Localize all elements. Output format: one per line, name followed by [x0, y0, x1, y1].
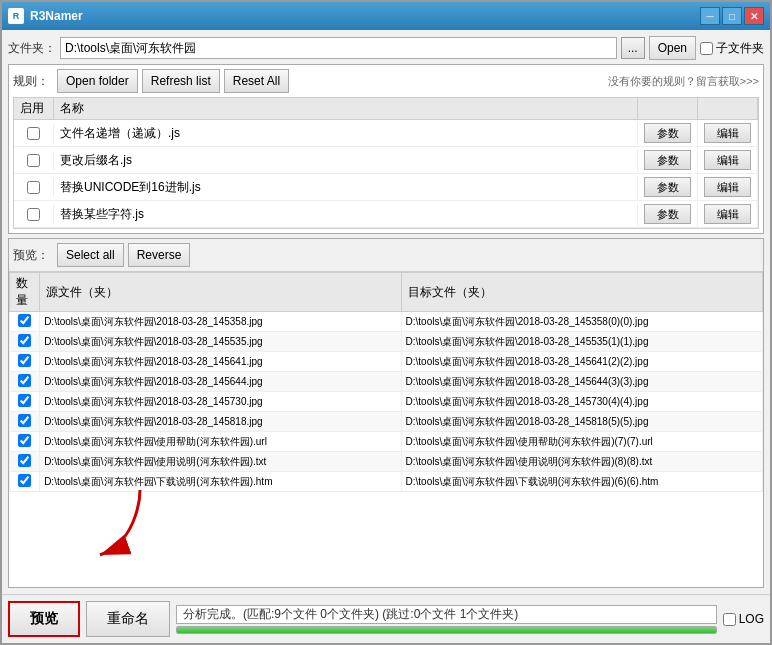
rules-toolbar: 规则： Open folder Refresh list Reset All 没… — [13, 69, 759, 93]
preview-row-checkbox-6[interactable] — [18, 434, 31, 447]
log-label: LOG — [739, 612, 764, 626]
preview-table: 数量 源文件（夹） 目标文件（夹） D:\tools\桌面\河东软件园\2018… — [9, 272, 763, 492]
rules-table: 启用 名称 文件名递增（递减）.js 参数 编辑 更改后缀名.js 参数 编辑 — [13, 97, 759, 229]
select-all-button[interactable]: Select all — [57, 243, 124, 267]
reset-all-button[interactable]: Reset All — [224, 69, 289, 93]
preview-row-check-cell — [10, 452, 40, 472]
preview-section: 预览： Select all Reverse 数量 源文件（夹） 目标文件（夹） — [8, 238, 764, 588]
preview-row-checkbox-4[interactable] — [18, 394, 31, 407]
refresh-list-button[interactable]: Refresh list — [142, 69, 220, 93]
table-row: D:\tools\桌面\河东软件园\下载说明(河东软件园).htm D:\too… — [10, 472, 763, 492]
rule-param-btn-0[interactable]: 参数 — [644, 123, 691, 143]
preview-row-check-cell — [10, 352, 40, 372]
preview-row-checkbox-2[interactable] — [18, 354, 31, 367]
progress-bar-container — [176, 626, 717, 634]
preview-label: 预览： — [13, 247, 49, 264]
rule-edit-btn-3[interactable]: 编辑 — [704, 204, 751, 224]
status-bar: 分析完成。(匹配:9个文件 0个文件夹) (跳过:0个文件 1个文件夹) — [176, 605, 717, 624]
preview-col-src: 源文件（夹） — [40, 273, 401, 312]
rules-col-name: 名称 — [54, 98, 638, 119]
path-input[interactable] — [60, 37, 617, 59]
preview-row-check-cell — [10, 392, 40, 412]
preview-row-checkbox-1[interactable] — [18, 334, 31, 347]
preview-row-src-2: D:\tools\桌面\河东软件园\2018-03-28_145641.jpg — [40, 352, 401, 372]
preview-row-src-4: D:\tools\桌面\河东软件园\2018-03-28_145730.jpg — [40, 392, 401, 412]
table-row: D:\tools\桌面\河东软件园\使用帮助(河东软件园).url D:\too… — [10, 432, 763, 452]
subfolder-checkbox[interactable] — [700, 42, 713, 55]
preview-row-dst-6: D:\tools\桌面\河东软件园\使用帮助(河东软件园)(7)(7).url — [401, 432, 762, 452]
preview-row-checkbox-0[interactable] — [18, 314, 31, 327]
preview-row-dst-1: D:\tools\桌面\河东软件园\2018-03-28_145535(1)(1… — [401, 332, 762, 352]
rule-checkbox-cell — [14, 151, 54, 170]
browse-button[interactable]: ... — [621, 37, 645, 59]
bottom-bar: 预览 重命名 分析完成。(匹配:9个文件 0个文件夹) (跳过:0个文件 1个文… — [2, 594, 770, 643]
rule-checkbox-0[interactable] — [27, 127, 40, 140]
rule-edit-btn-0[interactable]: 编辑 — [704, 123, 751, 143]
preview-row-src-6: D:\tools\桌面\河东软件园\使用帮助(河东软件园).url — [40, 432, 401, 452]
rule-edit-btn-2[interactable]: 编辑 — [704, 177, 751, 197]
table-row: D:\tools\桌面\河东软件园\2018-03-28_145358.jpg … — [10, 312, 763, 332]
table-row: D:\tools\桌面\河东软件园\2018-03-28_145535.jpg … — [10, 332, 763, 352]
table-row: D:\tools\桌面\河东软件园\2018-03-28_145818.jpg … — [10, 412, 763, 432]
rule-edit-cell-2: 编辑 — [698, 174, 758, 200]
rename-main-button[interactable]: 重命名 — [86, 601, 170, 637]
preview-row-src-8: D:\tools\桌面\河东软件园\下载说明(河东软件园).htm — [40, 472, 401, 492]
rules-col-param — [638, 98, 698, 119]
rule-row: 更改后缀名.js 参数 编辑 — [14, 147, 758, 174]
minimize-btn[interactable]: ─ — [700, 7, 720, 25]
rule-checkbox-cell — [14, 124, 54, 143]
rule-checkbox-2[interactable] — [27, 181, 40, 194]
subfolder-option: 子文件夹 — [700, 40, 764, 57]
preview-row-check-cell — [10, 412, 40, 432]
log-checkbox[interactable] — [723, 613, 736, 626]
rule-checkbox-1[interactable] — [27, 154, 40, 167]
preview-row-src-1: D:\tools\桌面\河东软件园\2018-03-28_145535.jpg — [40, 332, 401, 352]
preview-toolbar: 预览： Select all Reverse — [9, 239, 763, 272]
rules-table-header: 启用 名称 — [14, 98, 758, 120]
close-btn[interactable]: ✕ — [744, 7, 764, 25]
path-label: 文件夹： — [8, 40, 56, 57]
rule-edit-cell-3: 编辑 — [698, 201, 758, 227]
open-button[interactable]: Open — [649, 36, 696, 60]
title-bar: R R3Namer ─ □ ✕ — [2, 2, 770, 30]
subfolder-label: 子文件夹 — [716, 40, 764, 57]
rule-checkbox-3[interactable] — [27, 208, 40, 221]
rule-param-cell-0: 参数 — [638, 120, 698, 146]
preview-row-check-cell — [10, 332, 40, 352]
preview-table-container[interactable]: 数量 源文件（夹） 目标文件（夹） D:\tools\桌面\河东软件园\2018… — [9, 272, 763, 587]
rule-edit-btn-1[interactable]: 编辑 — [704, 150, 751, 170]
preview-row-src-5: D:\tools\桌面\河东软件园\2018-03-28_145818.jpg — [40, 412, 401, 432]
preview-row-src-7: D:\tools\桌面\河东软件园\使用说明(河东软件园).txt — [40, 452, 401, 472]
preview-row-dst-5: D:\tools\桌面\河东软件园\2018-03-28_145818(5)(5… — [401, 412, 762, 432]
main-content: 文件夹： ... Open 子文件夹 规则： Open folder Refre… — [2, 30, 770, 594]
table-row: D:\tools\桌面\河东软件园\使用说明(河东软件园).txt D:\too… — [10, 452, 763, 472]
reverse-button[interactable]: Reverse — [128, 243, 191, 267]
rule-name-cell-1: 更改后缀名.js — [54, 149, 638, 172]
status-row: 分析完成。(匹配:9个文件 0个文件夹) (跳过:0个文件 1个文件夹) — [176, 605, 717, 634]
rule-param-btn-3[interactable]: 参数 — [644, 204, 691, 224]
preview-row-checkbox-7[interactable] — [18, 454, 31, 467]
main-window: R R3Namer ─ □ ✕ 文件夹： ... Open 子文件夹 规则： O… — [0, 0, 772, 645]
rule-checkbox-cell — [14, 178, 54, 197]
preview-main-button[interactable]: 预览 — [8, 601, 80, 637]
rule-edit-cell-1: 编辑 — [698, 147, 758, 173]
open-folder-button[interactable]: Open folder — [57, 69, 138, 93]
preview-row-checkbox-8[interactable] — [18, 474, 31, 487]
rule-param-btn-2[interactable]: 参数 — [644, 177, 691, 197]
window-title: R3Namer — [30, 9, 700, 23]
preview-row-checkbox-5[interactable] — [18, 414, 31, 427]
rules-section: 规则： Open folder Refresh list Reset All 没… — [8, 64, 764, 234]
preview-row-dst-8: D:\tools\桌面\河东软件园\下载说明(河东软件园)(6)(6).htm — [401, 472, 762, 492]
rule-param-btn-1[interactable]: 参数 — [644, 150, 691, 170]
preview-row-dst-2: D:\tools\桌面\河东软件园\2018-03-28_145641(2)(2… — [401, 352, 762, 372]
rule-row: 替换UNICODE到16进制.js 参数 编辑 — [14, 174, 758, 201]
rules-col-edit — [698, 98, 758, 119]
preview-col-dst: 目标文件（夹） — [401, 273, 762, 312]
rules-hint: 没有你要的规则？留言获取>>> — [608, 74, 759, 89]
preview-row-checkbox-3[interactable] — [18, 374, 31, 387]
table-row: D:\tools\桌面\河东软件园\2018-03-28_145644.jpg … — [10, 372, 763, 392]
preview-row-dst-0: D:\tools\桌面\河东软件园\2018-03-28_145358(0)(0… — [401, 312, 762, 332]
maximize-btn[interactable]: □ — [722, 7, 742, 25]
preview-row-dst-3: D:\tools\桌面\河东软件园\2018-03-28_145644(3)(3… — [401, 372, 762, 392]
preview-row-dst-4: D:\tools\桌面\河东软件园\2018-03-28_145730(4)(4… — [401, 392, 762, 412]
